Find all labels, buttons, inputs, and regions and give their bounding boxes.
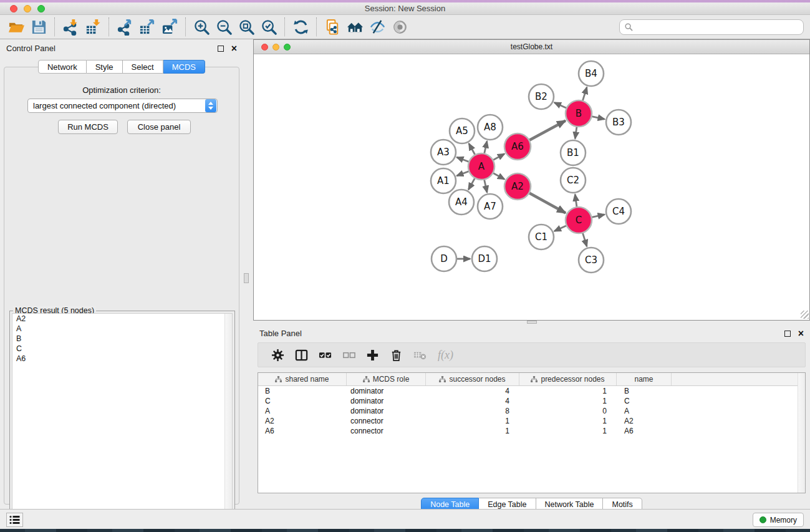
net-close-traffic-light[interactable]: [261, 44, 268, 51]
table-cell[interactable]: C: [258, 396, 347, 406]
clone-network-button[interactable]: [321, 17, 344, 37]
horizontal-splitter-grip[interactable]: [527, 321, 537, 324]
table-row[interactable]: Adominator80A: [258, 406, 805, 416]
table-row[interactable]: A2connector11A2: [258, 416, 805, 426]
deselect-all-button[interactable]: [337, 345, 360, 365]
zoom-in-button[interactable]: [190, 17, 213, 37]
table-cell[interactable]: A: [258, 406, 347, 416]
graph-node-A2[interactable]: A2: [504, 173, 531, 200]
table-cell[interactable]: 1: [519, 386, 617, 396]
task-history-button[interactable]: [6, 513, 23, 527]
run-mcds-button[interactable]: Run MCDS: [58, 120, 118, 134]
net-zoom-traffic-light[interactable]: [284, 44, 291, 51]
table-cell[interactable]: A2: [617, 416, 672, 426]
zoom-out-button[interactable]: [213, 17, 235, 37]
table-cell[interactable]: dominator: [347, 396, 426, 406]
graph-node-C2[interactable]: C2: [561, 168, 586, 193]
table-row[interactable]: Bdominator41B: [258, 386, 805, 396]
export-image-button[interactable]: [158, 17, 181, 37]
tab-mcds[interactable]: MCDS: [163, 60, 205, 74]
memory-button[interactable]: Memory: [753, 513, 804, 527]
table-cell[interactable]: B: [258, 386, 347, 396]
graph-node-B1[interactable]: B1: [561, 140, 586, 165]
graph-node-A[interactable]: A: [468, 153, 494, 180]
net-minimize-traffic-light[interactable]: [272, 44, 279, 51]
table-cell[interactable]: 1: [426, 426, 519, 436]
column-visibility-button[interactable]: [289, 345, 313, 365]
save-session-button[interactable]: [27, 17, 50, 37]
table-cell[interactable]: 4: [426, 396, 519, 406]
export-table-button[interactable]: [136, 17, 158, 37]
table-cell[interactable]: C: [617, 396, 672, 406]
search-input[interactable]: [636, 23, 798, 32]
hide-selected-button[interactable]: [366, 17, 388, 37]
tab-network[interactable]: Network: [38, 60, 87, 74]
column-header-successor-nodes[interactable]: successor nodes: [426, 373, 519, 385]
table-cell[interactable]: dominator: [347, 406, 426, 416]
graph-node-C4[interactable]: C4: [606, 199, 631, 224]
close-panel-icon[interactable]: ×: [231, 46, 237, 52]
zoom-fit-button[interactable]: [235, 17, 258, 37]
graph-node-B4[interactable]: B4: [579, 61, 604, 86]
table-settings-button[interactable]: [266, 345, 289, 365]
table-cell[interactable]: 1: [426, 416, 519, 426]
graph-node-A6[interactable]: A6: [504, 133, 531, 160]
table-cell[interactable]: 1: [519, 426, 617, 436]
minimize-traffic-light[interactable]: [24, 5, 31, 12]
graph-node-B[interactable]: B: [566, 100, 592, 127]
mcds-result-item[interactable]: A6: [12, 354, 232, 364]
graph-node-A4[interactable]: A4: [449, 190, 474, 215]
home-button[interactable]: [344, 17, 366, 37]
apply-layout-button[interactable]: [289, 17, 312, 37]
graph-node-A8[interactable]: A8: [478, 115, 503, 140]
optimization-criterion-select[interactable]: largest connected component (directed): [27, 99, 218, 113]
graph-node-A7[interactable]: A7: [478, 194, 503, 219]
tab-style[interactable]: Style: [87, 60, 123, 74]
table-cell[interactable]: A6: [258, 426, 347, 436]
window-resize-grip[interactable]: [801, 311, 809, 319]
network-canvas[interactable]: B4B2BB3A8A5A6B1A3AA1C2A2A4A7C4CC1C3DD1: [254, 54, 809, 319]
table-cell[interactable]: 4: [426, 386, 519, 396]
column-header-predecessor-nodes[interactable]: predecessor nodes: [519, 373, 617, 385]
float-table-panel-icon[interactable]: [784, 331, 791, 337]
close-panel-button[interactable]: Close panel: [127, 120, 191, 134]
mcds-result-item[interactable]: C: [12, 344, 232, 354]
table-cell[interactable]: 8: [426, 406, 519, 416]
graph-node-C3[interactable]: C3: [579, 248, 604, 273]
graph-node-D[interactable]: D: [432, 246, 456, 271]
network-window-titlebar[interactable]: testGlobe.txt: [254, 40, 809, 54]
table-cell[interactable]: 1: [519, 416, 617, 426]
mcds-result-item[interactable]: A2: [12, 314, 232, 324]
create-column-button[interactable]: [360, 345, 384, 365]
vertical-splitter-grip[interactable]: [244, 273, 249, 283]
table-cell[interactable]: 1: [519, 396, 617, 406]
import-table-button[interactable]: [82, 17, 104, 37]
zoom-selected-button[interactable]: [258, 17, 280, 37]
table-cell[interactable]: connector: [347, 426, 426, 436]
graph-node-D1[interactable]: D1: [472, 246, 497, 271]
export-network-button[interactable]: [113, 17, 136, 37]
graph-node-B3[interactable]: B3: [606, 110, 631, 135]
table-cell[interactable]: connector: [347, 416, 426, 426]
table-row[interactable]: A6connector11A6: [258, 426, 805, 436]
graph-node-A5[interactable]: A5: [450, 118, 475, 143]
table-scrollbar[interactable]: [798, 373, 805, 493]
table-row[interactable]: Cdominator41C: [258, 396, 805, 406]
column-header-shared-name[interactable]: shared name: [258, 373, 347, 385]
table-cell[interactable]: B: [617, 386, 672, 396]
import-network-button[interactable]: [59, 17, 82, 37]
table-cell[interactable]: 0: [519, 406, 617, 416]
graph-node-C1[interactable]: C1: [529, 225, 554, 249]
open-file-button[interactable]: [5, 17, 27, 37]
graph-node-C[interactable]: C: [566, 207, 592, 233]
mcds-result-item[interactable]: B: [12, 334, 232, 344]
mcds-result-item[interactable]: A: [12, 324, 232, 334]
table-cell[interactable]: A2: [258, 416, 347, 426]
select-all-button[interactable]: [313, 345, 337, 365]
mcds-list-scrollbar[interactable]: [224, 314, 232, 518]
show-selected-button[interactable]: [388, 17, 411, 37]
graph-node-A3[interactable]: A3: [431, 140, 456, 165]
graph-node-B2[interactable]: B2: [529, 84, 554, 109]
column-header-MCDS-role[interactable]: MCDS role: [347, 373, 426, 385]
table-cell[interactable]: A: [617, 406, 672, 416]
